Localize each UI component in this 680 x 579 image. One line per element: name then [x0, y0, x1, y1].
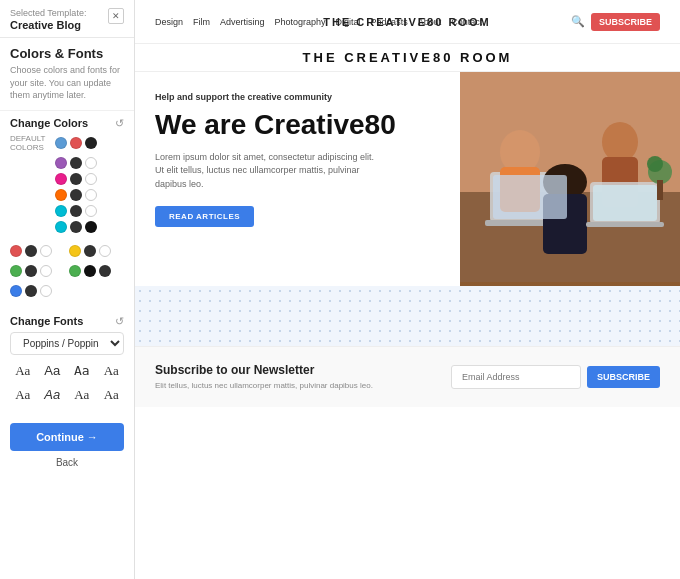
color-swatch[interactable]	[25, 245, 37, 257]
email-input[interactable]	[451, 365, 581, 389]
color-swatch[interactable]	[70, 189, 82, 201]
nav-link-design[interactable]: Design	[155, 17, 183, 27]
color-swatch[interactable]	[55, 173, 67, 185]
reset-fonts-icon[interactable]: ↺	[115, 315, 124, 328]
color-swatch[interactable]	[55, 157, 67, 169]
color-swatch[interactable]	[10, 265, 22, 277]
color-swatch[interactable]	[99, 245, 111, 257]
color-swatch[interactable]	[70, 221, 82, 233]
change-colors-label: Change Colors	[10, 117, 88, 129]
font-sample-2[interactable]: Aa	[40, 361, 66, 381]
site-title: THE CREATIVE80 ROOM	[323, 16, 490, 28]
photo-scene	[460, 72, 680, 286]
svg-rect-12	[586, 222, 664, 227]
site-title-main: THE CREATIVE80 ROOM	[135, 50, 680, 71]
color-swatch[interactable]	[55, 189, 67, 201]
font-sample-7[interactable]: Aa	[69, 385, 95, 405]
back-link[interactable]: Back	[0, 453, 134, 472]
color-swatch[interactable]	[55, 205, 67, 217]
color-swatch[interactable]	[70, 157, 82, 169]
hero-content: Help and support the creative community …	[135, 72, 460, 286]
dot-pattern	[135, 286, 680, 346]
svg-rect-13	[593, 185, 657, 221]
color-swatch[interactable]	[70, 205, 82, 217]
right-content: Design Film Advertising Photography Digi…	[135, 0, 680, 579]
nav-link-photography[interactable]: Photography	[275, 17, 326, 27]
color-row-5	[10, 205, 124, 217]
dot-pattern-area	[135, 286, 680, 346]
color-swatch[interactable]	[70, 173, 82, 185]
color-swatch[interactable]	[55, 137, 67, 149]
color-swatch[interactable]	[40, 245, 52, 257]
font-sample-6[interactable]: Aa	[40, 385, 66, 405]
hero-title: We are Creative80	[155, 110, 440, 141]
color-swatch[interactable]	[85, 205, 97, 217]
color-swatch[interactable]	[10, 285, 22, 297]
color-row-2	[10, 157, 124, 169]
change-fonts-header: Change Fonts ↺	[0, 309, 134, 332]
color-row-10	[69, 265, 124, 277]
left-panel: Selected Template: Creative Blog ✕ Color…	[0, 0, 135, 579]
font-sample-8[interactable]: Aa	[99, 385, 125, 405]
read-articles-button[interactable]: READ ARTICLES	[155, 206, 254, 227]
color-swatch[interactable]	[85, 173, 97, 185]
font-sample-5[interactable]: Aa	[10, 385, 36, 405]
color-swatch[interactable]	[25, 285, 37, 297]
color-swatch[interactable]	[84, 245, 96, 257]
default-colors-label: DEFAULT COLORS	[10, 134, 52, 153]
color-swatch[interactable]	[69, 245, 81, 257]
color-swatch[interactable]	[40, 285, 52, 297]
svg-point-15	[647, 156, 663, 172]
newsletter-subscribe-button[interactable]: SUBSCRIBE	[587, 366, 660, 388]
nav-right: 🔍 SUBSCRIBE	[571, 13, 660, 31]
font-sample-4[interactable]: Aa	[99, 361, 125, 381]
hero-tag: Help and support the creative community	[155, 92, 440, 102]
newsletter-text: Subscribe to our Newsletter Elit tellus,…	[155, 363, 373, 391]
color-row-8	[69, 245, 124, 257]
svg-rect-10	[493, 175, 567, 219]
newsletter-form: SUBSCRIBE	[451, 365, 660, 389]
hero-section: Help and support the creative community …	[135, 72, 680, 286]
color-swatch[interactable]	[55, 221, 67, 233]
color-swatch[interactable]	[85, 137, 97, 149]
color-swatch[interactable]	[40, 265, 52, 277]
color-row-7	[10, 245, 65, 257]
nav-link-film[interactable]: Film	[193, 17, 210, 27]
svg-rect-16	[657, 180, 663, 200]
selected-template-header: Selected Template: Creative Blog ✕	[0, 0, 134, 38]
selected-template-name: Creative Blog	[10, 19, 86, 31]
color-swatch[interactable]	[85, 189, 97, 201]
reset-colors-icon[interactable]: ↺	[115, 117, 124, 130]
color-row-9	[10, 265, 65, 277]
font-dropdown[interactable]: Poppins / Poppins	[10, 332, 124, 355]
search-icon[interactable]: 🔍	[571, 15, 585, 28]
color-swatch[interactable]	[99, 265, 111, 277]
font-sample-3[interactable]: Aa	[69, 361, 95, 381]
font-sample-1[interactable]: Aa	[10, 361, 36, 381]
color-swatch[interactable]	[85, 221, 97, 233]
selected-template-label: Selected Template:	[10, 8, 86, 18]
color-row-6	[10, 221, 124, 233]
color-palette-rows: DEFAULT COLORS	[0, 134, 134, 245]
panel-subtitle: Choose colors and fonts for your site. Y…	[10, 64, 124, 102]
color-swatch[interactable]	[84, 265, 96, 277]
nav-link-advertising[interactable]: Advertising	[220, 17, 265, 27]
fonts-section: Poppins / Poppins Aa Aa Aa Aa Aa Aa Aa A…	[0, 332, 134, 419]
continue-button[interactable]: Continue →	[10, 423, 124, 451]
color-rows-second	[0, 245, 134, 309]
subscribe-nav-button[interactable]: SUBSCRIBE	[591, 13, 660, 31]
color-swatch[interactable]	[85, 157, 97, 169]
panel-title: Colors & Fonts	[10, 46, 124, 61]
newsletter-description: Elit tellus, luctus nec ullamcorper matt…	[155, 380, 373, 391]
site-nav: Design Film Advertising Photography Digi…	[135, 0, 680, 44]
newsletter-section: Subscribe to our Newsletter Elit tellus,…	[135, 346, 680, 407]
color-swatch[interactable]	[69, 265, 81, 277]
close-button[interactable]: ✕	[108, 8, 124, 24]
change-colors-header: Change Colors ↺	[0, 111, 134, 134]
color-swatch[interactable]	[10, 245, 22, 257]
site-title-bar: THE CREATIVE80 ROOM	[135, 44, 680, 72]
svg-point-6	[602, 122, 638, 162]
color-row-11	[10, 285, 65, 297]
color-swatch[interactable]	[70, 137, 82, 149]
color-swatch[interactable]	[25, 265, 37, 277]
